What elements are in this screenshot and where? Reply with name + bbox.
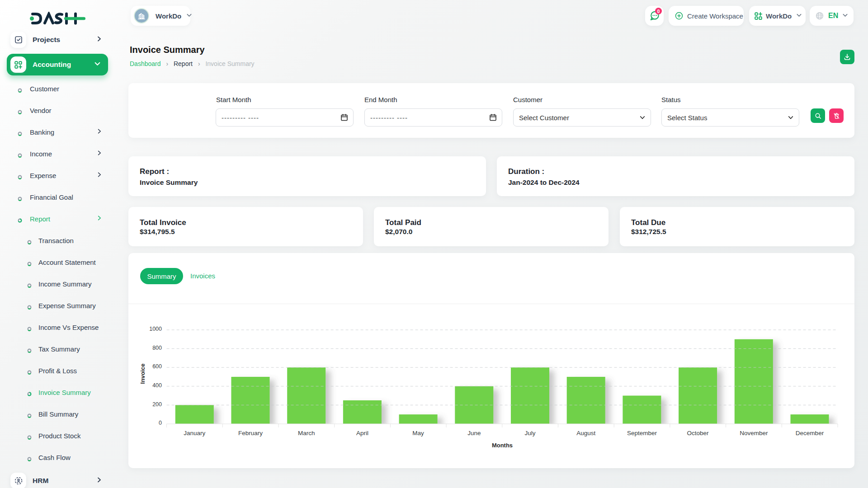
svg-text:200: 200 xyxy=(152,401,162,408)
svg-text:July: July xyxy=(524,430,535,436)
svg-text:February: February xyxy=(238,430,263,436)
svg-text:Months: Months xyxy=(492,442,513,449)
svg-text:Invoice: Invoice xyxy=(139,364,146,384)
svg-text:June: June xyxy=(467,430,481,436)
svg-text:600: 600 xyxy=(152,363,162,370)
svg-text:December: December xyxy=(796,430,824,436)
svg-text:400: 400 xyxy=(152,382,162,389)
svg-text:October: October xyxy=(687,430,709,436)
svg-text:March: March xyxy=(298,430,315,436)
svg-text:September: September xyxy=(627,430,657,436)
svg-text:May: May xyxy=(412,430,424,436)
svg-text:0: 0 xyxy=(159,420,162,426)
svg-text:April: April xyxy=(356,430,368,436)
svg-text:1000: 1000 xyxy=(149,326,162,332)
svg-text:August: August xyxy=(576,430,595,436)
svg-text:800: 800 xyxy=(152,345,162,351)
svg-text:January: January xyxy=(184,430,205,436)
svg-text:November: November xyxy=(740,430,768,436)
